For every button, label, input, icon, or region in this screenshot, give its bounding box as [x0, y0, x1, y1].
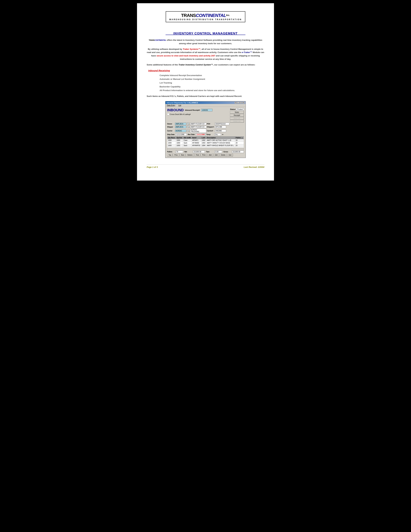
cell-qty-rece: 1000 [167, 142, 176, 144]
logo: TRANSCONTINENTALInc. [169, 13, 242, 18]
shipper-hash-value: DFS-088 [215, 126, 226, 128]
po-value: DDDFFE2222 [215, 123, 229, 125]
brand-cont: CONTINENTAL [154, 39, 166, 41]
titlebar-close-btn[interactable]: × [242, 102, 244, 104]
footer-page-number: Page 1 of 3 [147, 166, 158, 168]
cell-description: AMITY VARIETY DOUGH BASE [206, 142, 235, 144]
cell-qty-ord: 1000 [176, 144, 183, 147]
nav-next-btn[interactable]: Next [179, 154, 186, 156]
col-qty-rece: Qty Rece [167, 137, 176, 139]
rec-date-input[interactable]: 11/11/1998 [196, 133, 205, 136]
cell-description [206, 147, 235, 148]
shipper-search-btn[interactable]: 🔍 [187, 126, 189, 128]
app-body: INBOUND Inbound Receipt# 100035 Cross Do… [166, 107, 245, 158]
bullet-list: Complete Inbound Receipt Documentation A… [159, 74, 264, 92]
data-table: Qty Rece QtyOrd Stk UofM Item# Lot# Desc… [167, 136, 244, 148]
pallets-footer-value: 70 [176, 151, 183, 153]
col-item: Item# [191, 137, 201, 139]
para3-pre: Some additional features of the [147, 64, 178, 66]
footer-revised: Last Revised: 2/2004 [244, 166, 264, 168]
inbound-big-title: INBOUND [167, 108, 184, 112]
carrier-name-input: NORDIC TRUCKING [190, 129, 206, 133]
delete-link-button[interactable]: Delete Link [230, 120, 244, 123]
nav-buttons: Top Prev Next Bottom Find Print Add Edit… [167, 154, 244, 156]
nav-find-btn[interactable]: Find [194, 154, 200, 156]
bnw-link-button[interactable]: BNW Link [230, 117, 244, 120]
nav-add-btn[interactable]: Add [207, 154, 213, 156]
nav-delete-btn[interactable]: Delete [219, 154, 227, 156]
brand-trans: TRANS [149, 39, 154, 41]
list-item: Automatic or Manual Lot Number Assignmen… [159, 77, 264, 81]
titlebar-maximize-btn[interactable]: □ [240, 102, 242, 104]
horizontal-scrollbar[interactable] [167, 148, 244, 150]
intro-para-1: TRANSCONTINENTAL offers the latest in In… [147, 38, 264, 45]
receipt-input[interactable]: 100035 [201, 109, 212, 111]
cell-qty-ord: 1000 [176, 139, 183, 142]
temp-dropdown-icon: ▼ [222, 134, 224, 135]
temp-label: Temp [206, 134, 214, 135]
cell-stk-uofm: Case [183, 139, 191, 142]
footer-totals: Pallets 70 Net 151000.00 Tare 0.00 Gross… [167, 151, 244, 153]
net-value: 151000.00 [193, 151, 205, 153]
table-row: 1000 1000 Sack AFVB060 1083 AMITY VARIET… [167, 142, 244, 144]
owner-code-input[interactable]: AMFLBCA [175, 123, 186, 125]
logo-inc: Inc. [226, 14, 230, 17]
menu-list[interactable]: List [178, 104, 181, 106]
cross-dock-row: Cross Dock Bill of Lading# [167, 113, 229, 115]
temp-select[interactable]: Dry [215, 133, 221, 136]
app-window: Inbound Shipments For >>ALARMCO ? _ □ × … [165, 101, 246, 158]
receipt-button[interactable]: Receipt# [230, 114, 244, 117]
cell-description: AMITY WHOLE WHEAT FLOUR 50 L [206, 144, 235, 147]
owner-label: Owner [167, 123, 174, 125]
cell-item: AFDAY1 [191, 139, 201, 142]
status-label: Status [230, 108, 235, 110]
cell-pallets [235, 147, 244, 148]
nav-prev-btn[interactable]: Prev [173, 154, 179, 156]
logo-continental: CONTINENTAL [196, 13, 226, 18]
titlebar-buttons: ? _ □ × [234, 102, 244, 104]
titlebar-minimize-btn[interactable]: _ [237, 102, 239, 104]
page: TRANSCONTINENTALInc. WAREHOUSING DISTRIB… [137, 3, 274, 180]
owner-name-input: AMITY FLOUR CO [190, 123, 206, 125]
carrier-search-btn[interactable]: 🔍 [187, 129, 189, 132]
nav-bottom-btn[interactable]: Bottom [186, 154, 194, 156]
notes-button[interactable]: Notes [230, 111, 244, 114]
cell-qty-rece [167, 147, 176, 148]
shipdate-row: Ship Date 11/11/1998 Rec Date 11/11/1998… [167, 133, 244, 136]
nav-print-btn[interactable]: Print [201, 154, 207, 156]
shipper-code-input[interactable]: AMFLBCA [175, 126, 186, 128]
carrier-hash-value: 9482985 [215, 130, 226, 132]
cell-item: AFVB060 [191, 142, 201, 144]
nav-top-btn[interactable]: Top [167, 154, 173, 156]
ship-date-input[interactable]: 11/11/1998 [176, 133, 187, 136]
cross-dock-checkbox[interactable] [167, 113, 169, 115]
inbound-para: Such items as Inbound P.O.'s, Pallets, a… [147, 95, 264, 98]
nav-exit-btn[interactable]: Exit [227, 154, 233, 156]
owner-row: Owner AMFLBCA 🔍 AMITY FLOUR CO PO# DDDFF… [167, 123, 244, 125]
cell-qty-ord [176, 147, 183, 148]
cell-lot: 1084 [201, 144, 206, 147]
traker-inv-brand: Traker Inventory Control System™, [178, 64, 214, 66]
app-title: Inbound Shipments For >>ALARMCO [167, 102, 198, 104]
intro-para-3: Some additional features of the Traker I… [147, 63, 264, 66]
cross-dock-label: Cross Dock Bill of Lading# [170, 113, 191, 115]
header: TRANSCONTINENTALInc. WAREHOUSING DISTRIB… [147, 10, 264, 25]
col-stk-uofm: Stk UofM [183, 137, 191, 139]
carrier-code-input[interactable]: NORDIC [175, 130, 186, 132]
shipper-label: Shipper [167, 126, 174, 128]
screenshot-container: Inbound Shipments For >>ALARMCO ? _ □ × … [147, 101, 264, 158]
menu-data-entry[interactable]: Data Entry [167, 104, 175, 106]
ship-date-label: Ship Date [167, 134, 175, 135]
cell-item: AFWWF50 [191, 144, 201, 147]
shipper-row: Shipper AMFLBCA 🔍 AMITY FLOUR CO Shipper… [167, 126, 244, 128]
cell-qty-ord: 1000 [176, 142, 183, 144]
titlebar-help-btn[interactable]: ? [234, 102, 237, 104]
owner-search-btn[interactable]: 🔍 [187, 123, 189, 125]
table-row: 1000 1000 Sack AFWWF50 1084 AMITY WHOLE … [167, 144, 244, 147]
cell-stk-uofm: Sack [183, 142, 191, 144]
cell-lot: 1082 [201, 139, 206, 142]
table-row: 1000 1000 Case AFDAY1 1082 AMITY DRY ACT… [167, 139, 244, 142]
shipper-hash-label: Shipper# [207, 126, 214, 128]
logo-trans: TRANS [181, 13, 196, 18]
nav-edit-btn[interactable]: Edit [213, 154, 219, 156]
